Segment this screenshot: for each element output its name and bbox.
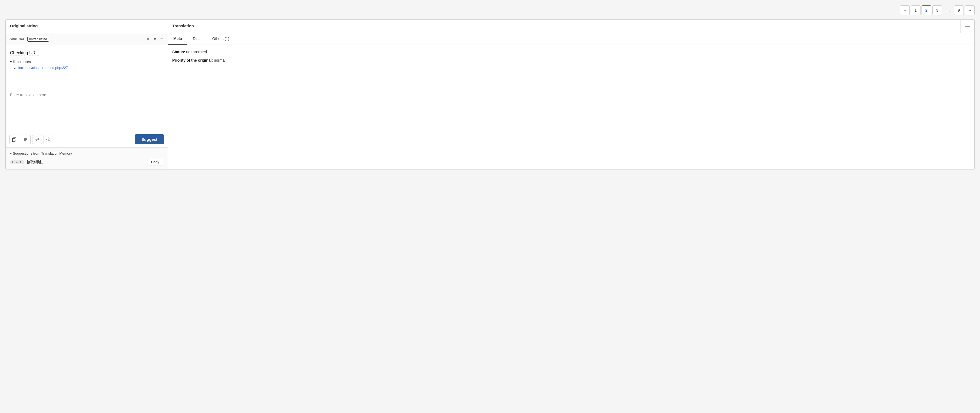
tab-meta[interactable]: Meta	[168, 33, 188, 44]
meta-content: Status: untranslated Priority of the ori…	[168, 45, 974, 70]
left-panel: ORIGINAL untranslated × ▾ ≡ Checking URL…	[6, 33, 168, 169]
newline-button[interactable]	[32, 135, 42, 145]
suggestion-item: OpenAI 核取網址。 Copy	[10, 159, 163, 165]
clear-filter-button[interactable]: ×	[146, 36, 150, 42]
source-text: Checking URL.	[10, 51, 163, 56]
page-2-button[interactable]: 2	[921, 5, 931, 15]
tabs-bar: Meta Dis... Others (1)	[168, 33, 974, 45]
pagination-nav: ← 1 2 3 ... 9 →	[5, 5, 975, 15]
svg-text:?: ?	[48, 138, 49, 141]
help-button[interactable]: ?	[43, 135, 53, 145]
reference-link[interactable]: includes/class-frontend.php:227	[18, 66, 68, 70]
chevron-down-icon[interactable]: ▾	[153, 36, 157, 42]
right-panel: Meta Dis... Others (1) Status: untransla…	[168, 33, 974, 169]
translation-input[interactable]	[6, 88, 168, 132]
menu-icon[interactable]: ≡	[159, 36, 164, 42]
references-section: ▾ References includes/class-frontend.php…	[10, 60, 163, 70]
suggest-button[interactable]: Suggest	[135, 134, 164, 145]
references-list: includes/class-frontend.php:227	[10, 65, 163, 70]
page-3-button[interactable]: 3	[932, 5, 942, 15]
tab-dis[interactable]: Dis...	[188, 33, 207, 44]
format-button[interactable]	[21, 135, 30, 145]
status-row: Status: untranslated	[172, 49, 970, 55]
main-container: Original string Translation — ORIGINAL u…	[5, 19, 975, 170]
translation-header: Translation	[168, 20, 961, 33]
priority-row: Priority of the original: normal	[172, 57, 970, 63]
suggestions-toggle[interactable]: ▾ Suggestions from Translation Memory	[10, 151, 163, 156]
references-toggle[interactable]: ▾ References	[10, 60, 163, 64]
content-row: ORIGINAL untranslated × ▾ ≡ Checking URL…	[6, 33, 974, 169]
filter-bar: ORIGINAL untranslated × ▾ ≡	[6, 33, 168, 45]
translation-area: ? Suggest	[6, 88, 168, 147]
priority-label: Priority of the original:	[172, 58, 213, 62]
prev-page-button[interactable]: ←	[900, 5, 910, 15]
copy-original-button[interactable]	[10, 135, 19, 145]
tab-others[interactable]: Others (1)	[207, 33, 235, 44]
priority-value-text: normal	[214, 58, 226, 62]
reference-item: includes/class-frontend.php:227	[14, 65, 163, 70]
page-dots: ...	[943, 5, 953, 15]
header-row: Original string Translation —	[6, 20, 974, 33]
status-label: Status:	[172, 50, 185, 54]
source-area: Checking URL. ▾ References includes/clas…	[6, 45, 168, 88]
translation-toolbar: ? Suggest	[6, 132, 168, 147]
filter-badge: untranslated	[27, 37, 49, 41]
filter-label: ORIGINAL	[10, 38, 25, 41]
suggestions-area: ▾ Suggestions from Translation Memory Op…	[6, 147, 168, 169]
suggestion-text: 核取網址。	[27, 160, 145, 165]
page-last-button[interactable]: 9	[954, 5, 964, 15]
next-page-button[interactable]: →	[965, 5, 975, 15]
minimize-button[interactable]: —	[961, 20, 974, 33]
original-string-header: Original string	[6, 20, 168, 33]
suggestion-source-badge: OpenAI	[10, 160, 24, 164]
copy-suggestion-button[interactable]: Copy	[147, 159, 163, 165]
svg-rect-1	[13, 138, 15, 141]
status-value-text: untranslated	[186, 50, 207, 54]
page-1-button[interactable]: 1	[911, 5, 921, 15]
